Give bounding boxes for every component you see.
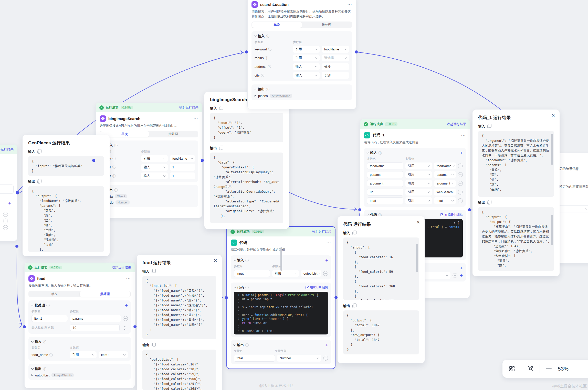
copy-icon[interactable] xyxy=(37,180,40,183)
zoom-out-button[interactable] xyxy=(546,369,552,369)
remove-param-icon[interactable] xyxy=(458,190,463,194)
remove-param-icon[interactable] xyxy=(323,271,328,276)
collapse-run-result-link[interactable]: 收起运行结果 xyxy=(447,122,466,126)
copy-icon[interactable] xyxy=(37,150,40,154)
max-batch-input[interactable]: 10 xyxy=(70,324,120,331)
info-icon[interactable]: i xyxy=(112,174,116,178)
copy-icon[interactable] xyxy=(219,147,222,150)
connector-dot[interactable] xyxy=(133,325,136,328)
output-json[interactable]: { "output": { "output": { "推荐理由": "凉拌黄瓜是… xyxy=(478,207,554,271)
param-name-input[interactable]: input xyxy=(234,270,270,277)
param-mode-select[interactable]: 引用 xyxy=(141,155,168,162)
collapse-run-result-link[interactable]: 收起运行结果 xyxy=(312,230,331,234)
number-stepper[interactable] xyxy=(122,324,128,331)
info-icon[interactable]: i xyxy=(266,88,269,91)
collapse-section-icon[interactable] xyxy=(31,340,34,342)
remove-param-icon[interactable] xyxy=(3,225,8,230)
connector-dot[interactable] xyxy=(358,208,361,211)
param-name-input[interactable]: foodName xyxy=(367,162,403,169)
more-icon[interactable]: ··· xyxy=(327,241,331,245)
remove-output-icon[interactable] xyxy=(453,273,457,278)
collapse-section-icon[interactable] xyxy=(254,88,257,90)
collapse-section-icon[interactable] xyxy=(367,151,369,154)
collapse-run-result-link[interactable]: 收起运行结果 xyxy=(0,147,14,152)
info-icon[interactable]: i xyxy=(268,65,271,68)
param-mode-select[interactable]: 输入 xyxy=(293,72,320,79)
param-value-input[interactable]: 1 xyxy=(170,172,195,179)
close-icon[interactable]: × xyxy=(417,219,420,225)
param-value-select[interactable]: item1 xyxy=(99,351,128,358)
tab-single[interactable]: 单次 xyxy=(252,22,302,28)
copy-icon[interactable] xyxy=(487,125,490,128)
remove-output-icon[interactable] xyxy=(323,356,328,361)
info-icon[interactable]: i xyxy=(49,353,53,356)
info-icon[interactable]: i xyxy=(265,56,268,60)
info-icon[interactable]: i xyxy=(379,213,382,216)
tab-batch[interactable]: 批处理 xyxy=(149,131,198,137)
collapse-section-icon[interactable] xyxy=(31,304,34,306)
param-value-select[interactable]: foodName xyxy=(322,46,349,53)
info-icon[interactable]: i xyxy=(245,259,249,262)
param-mode-select[interactable]: 引用 xyxy=(405,197,432,204)
output-type-select[interactable]: Number xyxy=(277,355,321,362)
info-icon[interactable]: i xyxy=(266,35,269,38)
copy-icon[interactable] xyxy=(487,201,490,204)
output-json[interactable]: { "outputList": [ "{\"food_calorie\":16}… xyxy=(142,350,216,390)
param-mode-select[interactable]: 引用 xyxy=(405,162,432,169)
add-param-button[interactable]: + xyxy=(325,258,328,263)
info-icon[interactable]: i xyxy=(245,286,249,289)
add-param-button[interactable]: + xyxy=(8,201,11,206)
param-input[interactable] xyxy=(0,185,14,194)
code-editor[interactable]: 1n main({ params }: Args): Promise<Outpu… xyxy=(234,292,328,334)
close-icon[interactable]: × xyxy=(552,113,555,118)
input-json[interactable]: { "count": "1", "offset": "1", "query": … xyxy=(210,113,283,142)
param-mode-select[interactable]: 引用 xyxy=(70,351,97,358)
info-icon[interactable]: i xyxy=(43,367,46,371)
scrollbar-thumb[interactable] xyxy=(551,134,553,165)
scrollbar-thumb[interactable] xyxy=(416,244,418,272)
param-mode-select[interactable]: 输入 xyxy=(293,63,320,70)
param-value-select[interactable]: foodName xyxy=(434,162,456,169)
scrollbar-thumb[interactable] xyxy=(551,215,553,245)
copy-icon[interactable] xyxy=(152,270,154,273)
layout-grid-icon[interactable] xyxy=(509,366,515,372)
remove-param-icon[interactable] xyxy=(3,212,8,217)
collapse-section-icon[interactable] xyxy=(254,34,257,37)
param-value-select[interactable]: total xyxy=(434,197,456,204)
param-value-select[interactable]: webSearchL xyxy=(434,189,456,196)
param-mode-select[interactable]: 输入 xyxy=(141,172,168,179)
more-icon[interactable]: ··· xyxy=(348,2,352,7)
add-param-button[interactable]: + xyxy=(125,303,128,308)
output-json[interactable]: { "output": { "total": 1847 }, "raw_outp… xyxy=(343,310,419,354)
remove-param-icon[interactable] xyxy=(458,181,463,186)
connector-dot[interactable] xyxy=(23,325,26,328)
param-name-input[interactable]: params xyxy=(367,171,403,178)
input-json[interactable]: { "argument": "凉拌黄瓜是一道非常适合夏天的清淡菜品。黄瓜口感清爽… xyxy=(478,131,554,197)
connector-dot[interactable] xyxy=(245,50,248,53)
param-mode-select[interactable]: 引用 xyxy=(405,171,432,178)
more-icon[interactable]: ··· xyxy=(461,133,466,137)
param-value-select[interactable]: outputList xyxy=(301,270,321,277)
info-icon[interactable]: i xyxy=(43,340,46,343)
remove-param-icon[interactable] xyxy=(458,164,463,168)
param-value-input[interactable]: 长沙 xyxy=(322,72,349,79)
close-icon[interactable]: × xyxy=(214,258,217,264)
collapse-run-result-link[interactable]: 收起运行结果 xyxy=(112,265,131,270)
param-name-input[interactable]: total xyxy=(367,197,403,204)
output-json[interactable]: { "output": { "foodName": "凉拌黄瓜", "param… xyxy=(28,186,104,252)
connector-dot[interactable] xyxy=(468,208,471,211)
copy-icon[interactable] xyxy=(219,107,222,110)
param-name-input[interactable]: argument xyxy=(367,180,403,187)
param-value-select[interactable]: params xyxy=(70,315,121,322)
edit-in-ide-link[interactable]: 在IDE中编辑 xyxy=(306,285,328,290)
node-bingimagesearch[interactable]: ✓ 运行成功 0.945s 收起运行结果 bingImageSearch ···… xyxy=(96,102,202,218)
remove-param-icon[interactable] xyxy=(458,172,463,177)
param-mode-select[interactable]: 引用 xyxy=(405,180,432,187)
info-icon[interactable]: i xyxy=(112,157,116,160)
output-var-input[interactable]: total xyxy=(234,355,275,362)
connector-dot[interactable] xyxy=(334,296,338,299)
param-mode-select[interactable]: 引用 xyxy=(293,55,320,61)
collapse-section-icon[interactable] xyxy=(367,213,369,215)
info-icon[interactable]: i xyxy=(268,48,271,51)
copy-icon[interactable] xyxy=(352,232,355,235)
